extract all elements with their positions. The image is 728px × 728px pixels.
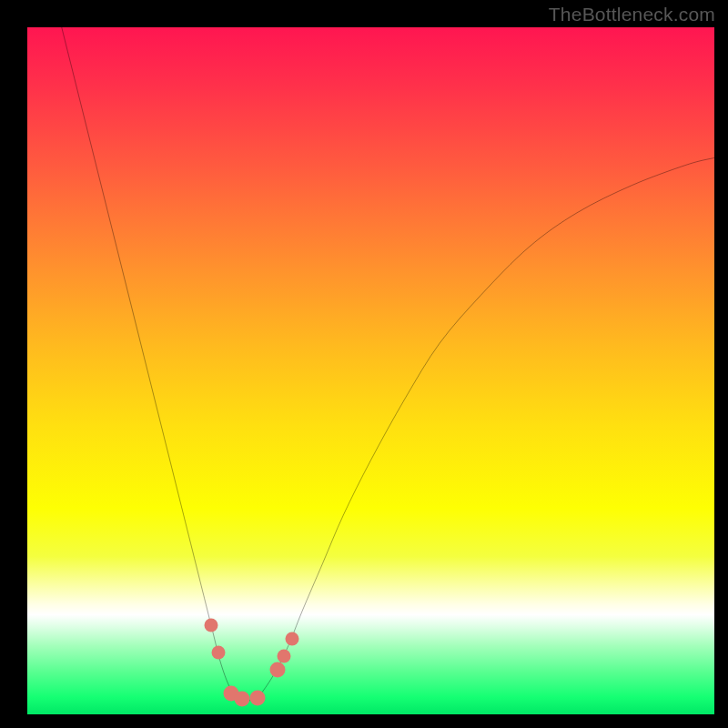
- data-markers: [27, 27, 714, 714]
- watermark-text: TheBottleneck.com: [549, 4, 715, 25]
- data-marker: [285, 632, 298, 645]
- data-marker: [205, 618, 218, 632]
- data-marker: [277, 649, 290, 662]
- data-marker: [211, 646, 225, 660]
- data-marker: [235, 691, 250, 706]
- plot-area: [27, 27, 714, 714]
- data-marker: [269, 662, 285, 677]
- data-marker: [249, 690, 265, 705]
